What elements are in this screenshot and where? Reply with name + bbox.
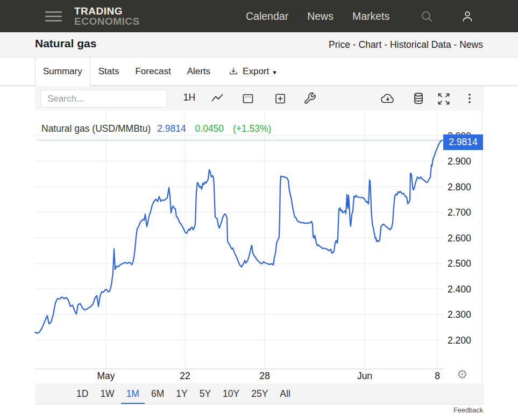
y-axis-label: 2.500 <box>448 258 471 269</box>
y-axis-label: 2.800 <box>448 182 471 193</box>
x-axis-label: 8 <box>435 371 440 381</box>
range-label: 1W <box>100 388 114 399</box>
range-selector: 1D 1W 1M 6M 1Y 5Y 10Y 25Y All <box>35 383 484 404</box>
legend-change-pct: (+1.53%) <box>233 123 272 134</box>
legend-change: 0.0450 <box>195 123 224 134</box>
range-25y[interactable]: 25Y <box>248 383 271 405</box>
y-axis-label: 2.300 <box>448 309 471 320</box>
range-1y[interactable]: 1Y <box>173 383 190 405</box>
range-1d[interactable]: 1D <box>73 383 91 405</box>
x-axis-label: May <box>97 371 115 381</box>
feedback-link[interactable]: Feedback <box>453 407 483 414</box>
y-axis-label: 2.600 <box>448 233 471 244</box>
range-all[interactable]: All <box>276 383 293 405</box>
chart-legend: Natural gas (USD/MMBtu) 2.9814 0.0450 (+… <box>41 123 271 134</box>
range-label: 5Y <box>200 388 211 399</box>
x-axis-label: 28 <box>259 371 269 381</box>
range-label: 25Y <box>251 388 268 399</box>
range-6m[interactable]: 6M <box>148 383 167 405</box>
y-axis-label: 2.200 <box>448 335 471 346</box>
range-1m[interactable]: 1M <box>123 383 143 405</box>
x-axis-label: 22 <box>180 371 190 381</box>
range-1w[interactable]: 1W <box>97 383 117 405</box>
range-10y[interactable]: 10Y <box>219 383 243 405</box>
price-line[interactable] <box>35 140 442 333</box>
legend-price: 2.9814 <box>157 123 186 134</box>
y-axis-label: 2.700 <box>448 207 471 218</box>
y-axis-label: 2.400 <box>448 284 471 295</box>
range-label: 1D <box>76 388 88 399</box>
x-axis-label: Jun <box>357 371 372 381</box>
range-label: 6M <box>151 388 164 399</box>
gear-icon[interactable]: ⚙ <box>457 367 468 381</box>
range-label: 1M <box>126 388 139 399</box>
range-label: 1Y <box>176 388 187 399</box>
legend-series-name: Natural gas (USD/MMBtu) <box>41 123 151 134</box>
range-label: All <box>280 388 290 399</box>
price-chart[interactable]: May2228Jun83.0002.9002.8002.7002.6002.50… <box>0 0 518 420</box>
y-axis-label: 2.900 <box>448 156 471 167</box>
range-5y[interactable]: 5Y <box>196 383 214 405</box>
range-label: 10Y <box>223 388 239 399</box>
current-price-badge: 2.9814 <box>443 134 483 150</box>
